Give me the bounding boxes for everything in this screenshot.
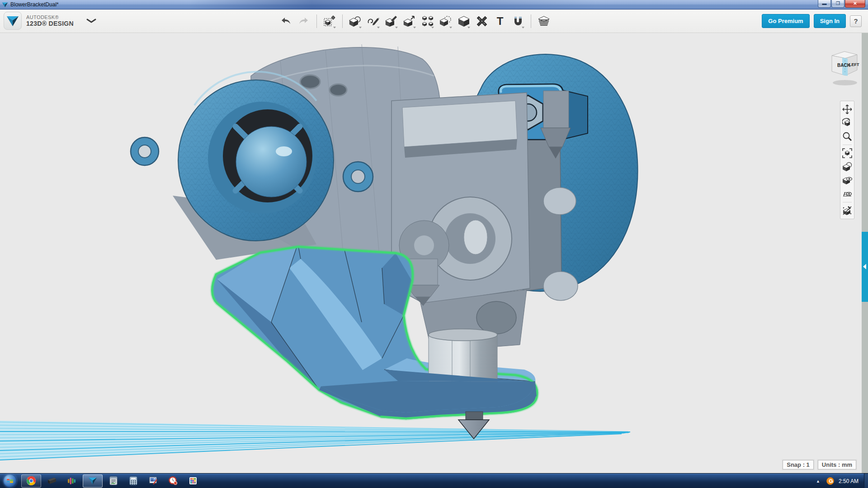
snap-off-icon <box>842 206 852 216</box>
eye-cube-icon <box>842 175 852 185</box>
sign-in-button[interactable]: Sign In <box>814 14 846 28</box>
minimize-button[interactable]: ▬ <box>818 0 831 8</box>
taskbar-paint[interactable] <box>144 474 162 488</box>
taskbar-taskmgr[interactable] <box>104 474 123 488</box>
model-3d-scene <box>0 33 868 473</box>
system-tray: ▲ 2:50 AM <box>816 474 868 488</box>
modify-icon <box>403 15 416 27</box>
viewport-canvas[interactable]: BACK LEFT <box>0 33 868 473</box>
grid-eye-icon <box>842 189 852 199</box>
grid-toggle-button[interactable] <box>840 187 854 201</box>
account-area: Go Premium Sign In ? <box>758 14 862 28</box>
grouping-icon <box>439 15 452 27</box>
redo-icon <box>298 17 309 25</box>
units-setting-chip[interactable]: Units : mm <box>818 460 856 469</box>
taskbar-chrome[interactable] <box>21 474 41 488</box>
tray-clock[interactable]: 2:50 AM <box>839 478 859 484</box>
orbit-button[interactable] <box>840 116 854 130</box>
chrome-icon <box>26 476 36 486</box>
combine-button[interactable] <box>456 12 472 30</box>
visibility-button[interactable] <box>840 174 854 187</box>
fit-icon <box>842 148 852 158</box>
wallet-icon <box>47 477 57 484</box>
shading-button[interactable] <box>840 160 854 174</box>
toolbar-separator <box>316 14 317 28</box>
combine-icon <box>458 15 470 27</box>
app-grid-icon <box>189 477 197 485</box>
brand-block: AUTODESK® 123D® DESIGN <box>4 12 96 30</box>
app-window-icon <box>2 2 8 8</box>
app-toolbar: AUTODESK® 123D® DESIGN <box>0 9 868 33</box>
shading-icon <box>842 162 852 172</box>
restore-button[interactable]: ❐ <box>831 0 844 8</box>
task-manager-icon <box>109 476 118 485</box>
pan-button[interactable] <box>840 103 854 116</box>
brand-product: 123D® DESIGN <box>26 20 74 27</box>
logo-triangle-icon <box>6 15 19 27</box>
undo-icon <box>280 17 291 25</box>
app-logo[interactable] <box>4 12 22 30</box>
toolbar-separator <box>342 14 343 28</box>
snap-button[interactable] <box>510 12 526 30</box>
sketch-button[interactable] <box>366 12 381 30</box>
text-icon: T <box>495 16 505 27</box>
go-premium-button[interactable]: Go Premium <box>762 14 809 28</box>
recorder-icon <box>169 476 178 485</box>
primitives-icon <box>349 15 362 27</box>
orbit-icon <box>842 118 852 128</box>
main-menu-chevron-icon[interactable] <box>86 19 96 23</box>
image-editor-icon <box>149 476 158 485</box>
close-button[interactable]: ✕ <box>845 0 865 8</box>
snap-setting-chip[interactable]: Snap : 1 <box>783 460 814 469</box>
window-title: BlowerBracketDual* <box>10 1 59 8</box>
123d-icon <box>88 476 98 485</box>
status-bar: Snap : 1 Units : mm <box>778 460 856 469</box>
start-button[interactable] <box>3 474 17 488</box>
media-bars-icon <box>67 476 76 485</box>
calculator-icon <box>129 476 137 485</box>
magnet-icon <box>512 15 524 27</box>
show-desktop-button[interactable] <box>864 474 868 488</box>
tray-orange-app-icon[interactable] <box>826 477 834 485</box>
zoom-fit-button[interactable] <box>840 146 854 160</box>
primitives-button[interactable] <box>348 12 363 30</box>
undo-button[interactable] <box>278 12 293 30</box>
taskbar: ▲ 2:50 AM <box>0 473 868 488</box>
taskbar-recorder[interactable] <box>164 474 182 488</box>
pattern-button[interactable] <box>420 12 435 30</box>
transform-button[interactable] <box>322 12 337 30</box>
windows-flag-icon <box>6 477 14 484</box>
taskbar-123d-design[interactable] <box>83 474 103 488</box>
taskbar-calculator[interactable] <box>124 474 142 488</box>
magnifier-icon <box>842 131 852 141</box>
nav-separator <box>843 145 852 145</box>
modify-button[interactable] <box>402 12 417 30</box>
taskbar-media[interactable] <box>63 474 81 488</box>
brand-autodesk: AUTODESK® <box>26 14 74 20</box>
tool-strip: T <box>277 9 553 33</box>
text-button[interactable]: T <box>492 12 508 30</box>
redo-button[interactable] <box>296 12 311 30</box>
measure-button[interactable] <box>474 12 490 30</box>
navigation-toolbar <box>840 101 854 219</box>
svg-text:T: T <box>497 16 504 27</box>
tray-expand-arrow[interactable]: ▲ <box>816 479 820 483</box>
help-button[interactable]: ? <box>850 15 862 27</box>
transform-icon <box>323 15 336 27</box>
viewcube[interactable]: BACK LEFT <box>828 47 863 88</box>
grouping-button[interactable] <box>438 12 453 30</box>
3d-print-button[interactable] <box>536 12 552 30</box>
snap-toggle-button[interactable] <box>840 204 854 217</box>
pattern-icon <box>422 15 434 27</box>
panel-expand-handle[interactable] <box>862 232 868 302</box>
viewcube-face-left[interactable]: LEFT <box>849 62 859 67</box>
taskbar-launcher[interactable] <box>184 474 202 488</box>
3d-print-icon <box>538 15 550 27</box>
construct-button[interactable] <box>384 12 399 30</box>
taskbar-files[interactable] <box>43 474 61 488</box>
toolbar-separator <box>531 14 531 28</box>
ground-grid <box>0 421 631 460</box>
zoom-button[interactable] <box>840 130 854 143</box>
titlebar: BlowerBracketDual* ▬ ❐ ✕ <box>0 0 868 9</box>
measure-icon <box>476 15 488 27</box>
